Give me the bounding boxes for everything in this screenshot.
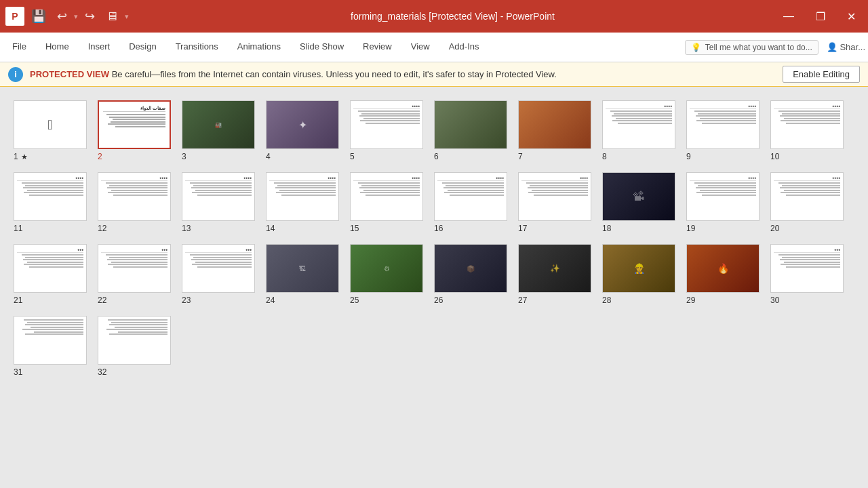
slide-number-label: 24: [266, 296, 275, 305]
title-bar-left: P 💾 ↩ ▾ ↪ 🖥 ▾: [5, 7, 129, 26]
slide-thumbnail: 📦: [434, 244, 507, 293]
slide-thumbnail: ●●●: [98, 244, 171, 293]
slide-item[interactable]: 32: [98, 316, 176, 377]
slide-item[interactable]: 6: [434, 100, 513, 161]
slide-number-label: 6: [434, 152, 439, 161]
slide-item[interactable]: ●●●● 14: [266, 172, 344, 233]
slide-thumbnail: ●●●●: [686, 100, 760, 149]
slide-item[interactable]: 👷 28: [602, 244, 681, 305]
title-bar-right: — ❐ ✕: [776, 7, 863, 26]
slide-item[interactable]: ✨ 27: [518, 244, 597, 305]
slide-item[interactable]: 31: [14, 316, 92, 377]
slide-item[interactable]: 𓂀 1★: [14, 100, 92, 161]
restore-button[interactable]: ❐: [809, 7, 832, 26]
slide-thumbnail: ●●●●: [266, 172, 339, 221]
slide-thumbnail: ●●●●: [98, 172, 171, 221]
slide-number-label: 11: [14, 224, 22, 233]
slide-item[interactable]: ●●●● 16: [434, 172, 513, 233]
slide-number-label: 1★: [14, 152, 28, 161]
slide-number-label: 5: [350, 152, 355, 161]
ribbon-search[interactable]: 💡 Tell me what you want to do...: [685, 40, 818, 55]
window-title: forming_materials [Protected View] - Pow…: [129, 11, 776, 22]
slide-thumbnail: 𓂀: [14, 100, 87, 149]
save-button[interactable]: 💾: [27, 7, 50, 25]
slide-thumbnail: ✦: [266, 100, 339, 149]
slide-star-icon: ★: [21, 152, 28, 161]
slide-number-label: 8: [602, 152, 607, 161]
lightbulb-icon: 💡: [691, 43, 701, 52]
slide-number-label: 22: [98, 296, 106, 305]
undo-button[interactable]: ↩: [53, 7, 71, 25]
slide-number-label: 20: [770, 224, 779, 233]
tab-file[interactable]: File: [3, 35, 36, 60]
slide-thumbnail: ●●●: [14, 244, 87, 293]
minimize-button[interactable]: —: [776, 7, 801, 25]
tab-animations[interactable]: Animations: [228, 35, 290, 60]
slide-number-label: 30: [770, 296, 779, 305]
slide-item[interactable]: ●●●● 13: [182, 172, 260, 233]
slide-item[interactable]: صفات الدواء 2: [98, 100, 176, 161]
person-icon: 👤: [827, 42, 837, 52]
slide-thumbnail: [518, 100, 591, 149]
tab-review[interactable]: Review: [353, 35, 401, 60]
slide-item[interactable]: ●●●● 12: [98, 172, 176, 233]
slide-thumbnail: 🏗: [266, 244, 339, 293]
customize-button[interactable]: 🖥: [102, 8, 122, 25]
slide-item[interactable]: 🏗 24: [266, 244, 344, 305]
slide-thumbnail: [14, 316, 87, 365]
tab-insert[interactable]: Insert: [79, 35, 120, 60]
tab-view[interactable]: View: [401, 35, 439, 60]
slide-item[interactable]: ●●●● 5: [350, 100, 429, 161]
slide-number-label: 31: [14, 367, 22, 377]
slide-thumbnail: ●●●●: [770, 100, 844, 149]
slide-thumbnail: ●●●●: [350, 100, 423, 149]
slide-item[interactable]: 🔥 29: [686, 244, 765, 305]
slide-number-label: 15: [350, 224, 359, 233]
slide-item[interactable]: ●●● 22: [98, 244, 176, 305]
slide-item[interactable]: ✦ 4: [266, 100, 344, 161]
slide-thumbnail: [434, 100, 507, 149]
tab-addins[interactable]: Add-Ins: [439, 35, 489, 60]
slide-item[interactable]: ●●● 21: [14, 244, 92, 305]
enable-editing-button[interactable]: Enable Editing: [783, 66, 860, 83]
redo-button[interactable]: ↪: [81, 7, 99, 25]
slide-item[interactable]: ●●●● 20: [770, 172, 849, 233]
slide-number-label: 12: [98, 224, 106, 233]
slide-number-label: 21: [14, 296, 22, 305]
slide-number-label: 13: [182, 224, 191, 233]
powerpoint-icon: P: [5, 7, 24, 26]
slide-number-label: 4: [266, 152, 271, 161]
slide-thumbnail: 📽: [602, 172, 675, 221]
slide-item[interactable]: ⚙ 25: [350, 244, 429, 305]
tab-slideshow[interactable]: Slide Show: [290, 35, 353, 60]
close-button[interactable]: ✕: [840, 7, 863, 26]
slide-thumbnail: ⚙: [350, 244, 423, 293]
slide-item[interactable]: ●●● 23: [182, 244, 260, 305]
slide-thumbnail: ●●●●: [182, 172, 255, 221]
tab-design[interactable]: Design: [119, 35, 165, 60]
slide-item[interactable]: ●●●● 9: [686, 100, 765, 161]
slide-item[interactable]: ●●●● 11: [14, 172, 92, 233]
slide-item[interactable]: ●●●● 10: [770, 100, 849, 161]
slide-item[interactable]: 7: [518, 100, 597, 161]
slide-item[interactable]: ●●●● 8: [602, 100, 681, 161]
slide-thumbnail: ●●●●: [350, 172, 423, 221]
slide-number-label: 18: [602, 224, 611, 233]
slide-item[interactable]: 🏭 3: [182, 100, 260, 161]
tab-transitions[interactable]: Transitions: [166, 35, 228, 60]
slide-thumbnail: 🔥: [686, 244, 760, 293]
slide-thumbnail: ●●●: [770, 244, 844, 293]
slide-item[interactable]: ●●●● 19: [686, 172, 765, 233]
share-label: 👤 Shar...: [827, 42, 865, 52]
slide-item[interactable]: ●●●● 17: [518, 172, 597, 233]
slide-number-label: 28: [602, 296, 611, 305]
slide-number-label: 25: [350, 296, 359, 305]
tab-home[interactable]: Home: [36, 35, 79, 60]
slide-item[interactable]: 📽 18: [602, 172, 681, 233]
slide-item[interactable]: ●●●● 15: [350, 172, 429, 233]
slide-number-label: 16: [434, 224, 443, 233]
slide-item[interactable]: 📦 26: [434, 244, 513, 305]
slide-thumbnail: ●●●●: [770, 172, 844, 221]
slide-thumbnail: ✨: [518, 244, 591, 293]
slide-item[interactable]: ●●● 30: [770, 244, 849, 305]
